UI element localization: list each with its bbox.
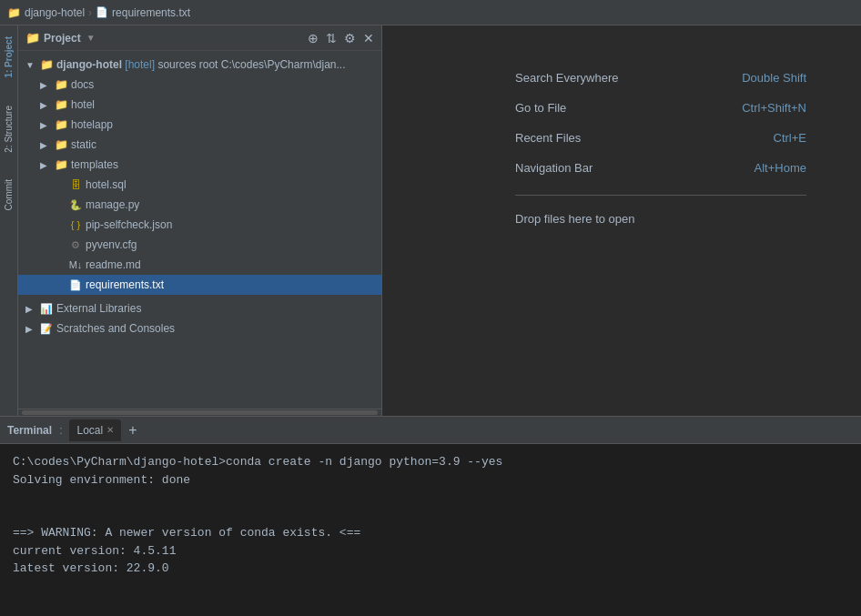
terminal-line-5: ==> WARNING: A newer version of conda ex… xyxy=(13,524,848,542)
shortcut-row-navbar: Navigation Bar Alt+Home xyxy=(515,161,806,175)
shortcut-label: Go to File xyxy=(515,101,566,115)
item-label: manage.py xyxy=(86,198,139,211)
tree-item-requirements-txt[interactable]: ▶ 📄 requirements.txt xyxy=(18,275,381,295)
arrow-icon: ▶ xyxy=(40,160,51,170)
shortcut-label: Drop files here to open xyxy=(515,212,635,226)
shortcut-label: Recent Files xyxy=(515,131,581,145)
tree-item-hotelapp[interactable]: ▶ 📁 hotelapp xyxy=(18,115,381,135)
file-name: requirements.txt xyxy=(112,6,190,19)
editor-area: Search Everywhere Double Shift Go to Fil… xyxy=(382,25,861,416)
tree-item-root[interactable]: ▼ 📁 django-hotel [hotel] sources root C:… xyxy=(18,55,381,75)
main-area: 1: Project 2: Structure Commit 📁 Project… xyxy=(0,25,861,416)
scrollbar-thumb[interactable] xyxy=(22,410,378,415)
sql-icon: 🗄 xyxy=(68,177,83,192)
item-label: docs xyxy=(71,78,94,91)
panel-actions: ⊕ ⇅ ⚙ ✕ xyxy=(308,31,374,45)
tree-item-hotel-sql[interactable]: ▶ 🗄 hotel.sql xyxy=(18,175,381,195)
terminal-line-1: C:\codes\PyCharm\django-hotel>conda crea… xyxy=(13,453,848,471)
panel-title: 📁 Project ▼ xyxy=(25,31,96,45)
close-panel-icon[interactable]: ✕ xyxy=(363,31,374,45)
md-icon: M↓ xyxy=(68,258,83,272)
tree-item-external-libraries[interactable]: ▶ 📊 External Libraries xyxy=(18,298,381,318)
side-icons-left: 1: Project 2: Structure Commit xyxy=(0,25,18,416)
terminal-tab-local[interactable]: Local ✕ xyxy=(69,419,121,441)
item-label-templates: templates xyxy=(71,158,118,171)
json-icon: { } xyxy=(68,217,83,232)
tree-item-manage-py[interactable]: ▶ 🐍 manage.py xyxy=(18,195,381,215)
terminal-line-2: Solving environment: done xyxy=(13,471,848,490)
arrow-icon: ▶ xyxy=(25,304,36,314)
folder-icon: 📁 xyxy=(7,6,21,19)
terminal-tabs: Terminal : Local ✕ + xyxy=(0,417,861,444)
folder-icon: 📁 xyxy=(54,77,68,92)
shortcut-key: Ctrl+Shift+N xyxy=(742,101,806,115)
tree-item-static[interactable]: ▶ 📁 static xyxy=(18,135,381,155)
folder-icon: 📁 xyxy=(54,97,68,112)
collapse-all-icon[interactable]: ⇅ xyxy=(326,31,337,45)
item-label: pyvenv.cfg xyxy=(86,238,137,251)
terminal-line-6: current version: 4.5.11 xyxy=(13,542,848,560)
shortcut-row-goto: Go to File Ctrl+Shift+N xyxy=(515,101,806,115)
locate-file-icon[interactable]: ⊕ xyxy=(308,31,319,45)
panel-chevron-icon: ▼ xyxy=(86,33,96,43)
tree-item-templates[interactable]: ▶ 📁 templates xyxy=(18,155,381,175)
terminal-close-icon[interactable]: ✕ xyxy=(106,425,114,435)
tree-item-pyvenv-cfg[interactable]: ▶ ⚙ pyvenv.cfg xyxy=(18,235,381,255)
item-label: static xyxy=(71,138,96,151)
project-panel-header: 📁 Project ▼ ⊕ ⇅ ⚙ ✕ xyxy=(18,25,381,51)
tree-item-hotel[interactable]: ▶ 📁 hotel xyxy=(18,95,381,115)
file-tree: ▼ 📁 django-hotel [hotel] sources root C:… xyxy=(18,51,381,409)
terminal-line-4 xyxy=(13,507,848,525)
item-label: requirements.txt xyxy=(86,278,164,291)
breadcrumb-file[interactable]: 📄 requirements.txt xyxy=(96,6,190,19)
arrow-icon: ▶ xyxy=(25,324,36,334)
py-icon: 🐍 xyxy=(68,197,83,212)
shortcut-row-drop: Drop files here to open xyxy=(515,212,806,226)
shortcut-row-search: Search Everywhere Double Shift xyxy=(515,71,806,85)
folder-icon: 📁 xyxy=(54,137,68,152)
tree-item-scratches[interactable]: ▶ 📝 Scratches and Consoles xyxy=(18,318,381,338)
item-label: hotel xyxy=(71,98,95,111)
terminal-tab-label: Terminal xyxy=(7,424,52,437)
breadcrumb-separator: › xyxy=(88,6,92,19)
shortcut-row-recent: Recent Files Ctrl+E xyxy=(515,131,806,145)
shortcut-key: Alt+Home xyxy=(755,161,806,175)
file-icon: 📄 xyxy=(96,6,108,18)
terminal-add-icon[interactable]: + xyxy=(125,422,140,439)
folder-icon: 📁 xyxy=(54,157,68,172)
tree-item-docs[interactable]: ▶ 📁 docs xyxy=(18,75,381,95)
arrow-icon: ▶ xyxy=(40,100,51,110)
project-name: django-hotel xyxy=(25,6,85,19)
settings-icon[interactable]: ⚙ xyxy=(344,31,356,45)
terminal-line-3 xyxy=(13,489,848,507)
cfg-icon: ⚙ xyxy=(68,237,83,252)
external-libraries-label: External Libraries xyxy=(56,302,141,315)
folder-icon: 📁 xyxy=(54,117,68,132)
tree-item-pip-selfcheck[interactable]: ▶ { } pip-selfcheck.json xyxy=(18,215,381,235)
breadcrumb-project[interactable]: 📁 django-hotel xyxy=(7,6,85,19)
sidebar-item-structure[interactable]: 2: Structure xyxy=(2,102,15,157)
root-label: django-hotel [hotel] sources root C:\cod… xyxy=(56,58,345,71)
shortcut-key: Ctrl+E xyxy=(774,131,806,145)
item-label: pip-selfcheck.json xyxy=(86,218,172,231)
arrow-icon: ▶ xyxy=(40,80,51,90)
sidebar-item-commit[interactable]: Commit xyxy=(2,176,15,214)
tree-item-readme-md[interactable]: ▶ M↓ readme.md xyxy=(18,255,381,275)
item-label: hotel.sql xyxy=(86,178,127,191)
sidebar-item-project[interactable]: 1: Project xyxy=(2,33,15,82)
folder-open-icon: 📁 xyxy=(25,31,40,45)
arrow-icon: ▶ xyxy=(40,120,51,130)
libraries-icon: 📊 xyxy=(39,301,54,316)
shortcut-overlay: Search Everywhere Double Shift Go to Fil… xyxy=(515,71,806,226)
item-label: readme.md xyxy=(86,258,141,271)
txt-icon: 📄 xyxy=(68,278,83,292)
arrow-icon: ▶ xyxy=(40,140,51,150)
scratches-label: Scratches and Consoles xyxy=(56,322,175,335)
root-folder-icon: 📁 xyxy=(39,57,54,72)
shortcut-label: Navigation Bar xyxy=(515,161,593,175)
panel-title-label: Project xyxy=(44,32,81,45)
project-panel: 📁 Project ▼ ⊕ ⇅ ⚙ ✕ ▼ 📁 django-hotel [ho… xyxy=(18,25,382,416)
terminal-line-7: latest version: 22.9.0 xyxy=(13,560,848,578)
terminal-content[interactable]: C:\codes\PyCharm\django-hotel>conda crea… xyxy=(0,444,861,616)
shortcut-label: Search Everywhere xyxy=(515,71,618,85)
